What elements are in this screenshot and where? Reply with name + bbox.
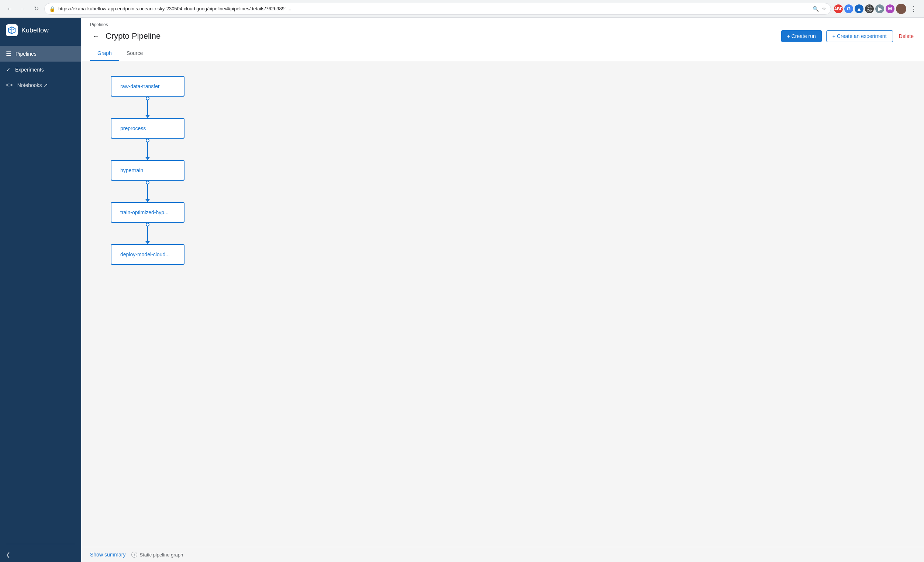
connector-arrow-3: [146, 199, 150, 202]
connector-line-2: [147, 142, 148, 157]
ext-blue[interactable]: ▲: [855, 4, 864, 13]
tab-source[interactable]: Source: [119, 46, 150, 61]
node-label-hypertrain: hypertrain: [120, 167, 143, 173]
connector-line-4: [147, 226, 148, 241]
ext-m[interactable]: M: [886, 4, 894, 13]
ext-abp[interactable]: ABP: [834, 4, 843, 13]
connector-arrow-2: [146, 157, 150, 160]
lock-icon: 🔒: [49, 6, 56, 12]
page-header: Pipelines ← Crypto Pipeline + Create run…: [81, 18, 924, 61]
address-bar[interactable]: 🔒 https://ekaba-kubeflow-app.endpoints.o…: [44, 3, 831, 15]
sidebar-divider: [6, 544, 75, 544]
show-summary-button[interactable]: Show summary: [90, 552, 126, 558]
browser-extensions: ABP G ▲ GitZip ▶ M ⋮: [834, 3, 920, 15]
header-row: ← Crypto Pipeline + Create run + Create …: [90, 30, 915, 42]
page-back-button[interactable]: ←: [90, 30, 102, 42]
url-text: https://ekaba-kubeflow-app.endpoints.oce…: [58, 6, 810, 12]
refresh-button[interactable]: ↻: [31, 4, 41, 14]
search-icon: 🔍: [813, 6, 819, 12]
ext-google[interactable]: G: [844, 4, 853, 13]
connector-1: [111, 97, 184, 118]
sidebar-item-pipelines-label: Pipelines: [15, 51, 36, 57]
static-graph-label: i Static pipeline graph: [131, 552, 183, 558]
browser-chrome: ← → ↻ 🔒 https://ekaba-kubeflow-app.endpo…: [0, 0, 924, 18]
user-avatar[interactable]: [896, 4, 906, 14]
bookmark-icon: ☆: [822, 6, 826, 12]
connector-dot-4: [146, 223, 150, 226]
connector-2: [111, 139, 184, 160]
main-content: Pipelines ← Crypto Pipeline + Create run…: [81, 18, 924, 562]
pipeline-node-deploy-model[interactable]: deploy-model-cloud...: [111, 244, 184, 265]
connector-line-3: [147, 184, 148, 199]
header-left: ← Crypto Pipeline: [90, 30, 160, 42]
pipeline-node-raw-data-transfer[interactable]: raw-data-transfer: [111, 76, 184, 97]
connector-arrow-1: [146, 115, 150, 118]
create-run-button[interactable]: + Create run: [781, 30, 822, 42]
page-title: Crypto Pipeline: [105, 31, 160, 41]
sidebar-item-experiments-label: Experiments: [15, 67, 44, 73]
experiments-icon: ✓: [6, 66, 11, 73]
create-experiment-button[interactable]: + Create an experiment: [826, 30, 893, 42]
breadcrumb: Pipelines: [90, 22, 915, 27]
back-button[interactable]: ←: [4, 4, 15, 14]
collapse-icon: ❮: [6, 552, 10, 558]
app-container: Kubeflow ☰ Pipelines ✓ Experiments <> No…: [0, 18, 924, 562]
node-label-raw-data-transfer: raw-data-transfer: [120, 83, 160, 89]
connector-dot-3: [146, 181, 150, 184]
tab-graph[interactable]: Graph: [90, 46, 119, 61]
sidebar-item-experiments[interactable]: ✓ Experiments: [0, 61, 81, 78]
sidebar-header: Kubeflow: [0, 18, 81, 43]
connector-3: [111, 181, 184, 202]
pipeline-graph: raw-data-transfer preprocess: [104, 76, 902, 265]
menu-button[interactable]: ⋮: [908, 3, 920, 15]
pipelines-icon: ☰: [6, 50, 11, 57]
pipeline-node-preprocess[interactable]: preprocess: [111, 118, 184, 139]
pipeline-node-train-optimized[interactable]: train-optimized-hyp...: [111, 202, 184, 223]
app-title: Kubeflow: [21, 27, 49, 34]
tabs: Graph Source: [90, 46, 915, 61]
app-logo: [6, 24, 18, 36]
sidebar-collapse-button[interactable]: ❮: [0, 547, 81, 562]
connector-dot-1: [146, 97, 150, 100]
sidebar-item-notebooks[interactable]: <> Notebooks ↗: [0, 78, 81, 93]
graph-area[interactable]: raw-data-transfer preprocess: [81, 61, 924, 547]
node-label-deploy-model: deploy-model-cloud...: [120, 251, 170, 257]
sidebar-item-pipelines[interactable]: ☰ Pipelines: [0, 46, 81, 61]
ext-screen[interactable]: ▶: [875, 4, 884, 13]
node-label-train-optimized: train-optimized-hyp...: [120, 209, 169, 215]
sidebar-nav: ☰ Pipelines ✓ Experiments <> Notebooks ↗: [0, 43, 81, 541]
graph-footer: Show summary i Static pipeline graph: [81, 547, 924, 562]
node-label-preprocess: preprocess: [120, 126, 146, 131]
connector-dot-2: [146, 139, 150, 142]
forward-button[interactable]: →: [18, 4, 28, 14]
sidebar: Kubeflow ☰ Pipelines ✓ Experiments <> No…: [0, 18, 81, 562]
notebooks-icon: <>: [6, 82, 13, 88]
connector-arrow-4: [146, 241, 150, 244]
sidebar-item-notebooks-label: Notebooks ↗: [17, 82, 48, 88]
header-actions: + Create run + Create an experiment Dele…: [781, 30, 915, 42]
connector-line-1: [147, 100, 148, 115]
ext-gitzip[interactable]: GitZip: [865, 4, 874, 13]
static-graph-text: Static pipeline graph: [140, 552, 183, 558]
connector-4: [111, 223, 184, 244]
info-icon: i: [131, 552, 137, 558]
delete-button[interactable]: Delete: [897, 30, 915, 42]
pipeline-node-hypertrain[interactable]: hypertrain: [111, 160, 184, 181]
